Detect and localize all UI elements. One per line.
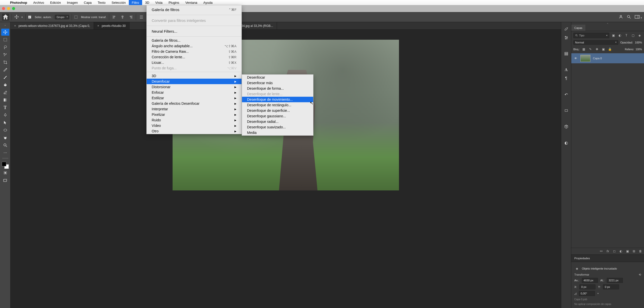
close-window-icon[interactable] [2, 7, 5, 10]
menu-vista[interactable]: Vista [152, 0, 166, 5]
x-field[interactable]: 0 px [579, 284, 595, 289]
blur-10[interactable]: Media [242, 130, 313, 135]
crop-tool[interactable] [1, 59, 9, 66]
pen-tool[interactable] [1, 112, 9, 119]
close-tab-icon[interactable]: × [97, 24, 99, 28]
edit-toolbar-icon[interactable]: ⋯ [1, 149, 9, 156]
path-selection-tool[interactable] [1, 119, 9, 126]
hand-tool[interactable] [1, 134, 9, 141]
lasso-tool[interactable] [1, 44, 9, 51]
blur-1[interactable]: Desenfocar más [242, 80, 313, 86]
move-tool[interactable] [1, 29, 9, 36]
lock-artboard-icon[interactable]: ▣ [601, 47, 606, 52]
lock-position-icon[interactable]: ✥ [594, 47, 599, 52]
submenu-enfocar[interactable]: Enfocar▶ [147, 90, 242, 95]
shape-tool[interactable] [1, 127, 9, 134]
camera-raw-filter[interactable]: Filtro de Camera Raw...⇧⌘A [147, 49, 242, 54]
adaptive-wide-angle[interactable]: Ángulo ancho adaptable...⌥⇧⌘A [147, 43, 242, 49]
reset-transform-icon[interactable]: ⟲ [639, 273, 641, 276]
tab-2[interactable]: ×pexels-rfstudio-30 [94, 22, 130, 29]
layer-filter-dropdown[interactable]: Tipo ▾ [573, 33, 609, 38]
menu-capa[interactable]: Capa [81, 0, 95, 5]
collapse-handle[interactable]: » [0, 24, 10, 27]
link-layers-icon[interactable]: ⚯ [599, 249, 603, 253]
blend-mode-dropdown[interactable]: Normal [573, 40, 618, 45]
menu-ayuda[interactable]: Ayuda [200, 0, 216, 5]
lock-pixels-icon[interactable]: ▦ [581, 47, 586, 52]
submenu-pixelizar[interactable]: Pixelizar▶ [147, 112, 242, 117]
opacity-value[interactable]: 100% [635, 41, 642, 44]
layers-tab[interactable]: Capas [571, 25, 585, 31]
lock-brush-icon[interactable]: ✎ [588, 47, 593, 52]
brush-tool[interactable] [1, 74, 9, 81]
paragraph-panel-icon[interactable]: ¶ [563, 75, 569, 81]
submenu-3d[interactable]: 3D▶ [147, 73, 242, 79]
submenu-otro[interactable]: Otro▶ [147, 128, 242, 134]
blur-6[interactable]: Desenfoque de superficie... [242, 108, 313, 113]
menu-app[interactable]: Photoshop [7, 0, 30, 5]
adjustments-panel-icon[interactable] [563, 35, 569, 41]
menu-plugins[interactable]: Plugins [166, 0, 182, 5]
menu-ventana[interactable]: Ventana [182, 0, 200, 5]
desenfocar-submenu[interactable]: DesenfocarDesenfocar másDesenfoque de fo… [242, 74, 313, 136]
angle-field[interactable]: 0,00° [579, 291, 595, 296]
menu-seleccion[interactable]: Selección [108, 0, 129, 5]
liquify[interactable]: Licuar...⇧⌘X [147, 60, 242, 65]
auto-select-checkbox[interactable]: ✓ [28, 16, 31, 19]
libraries-panel-icon[interactable] [563, 51, 569, 57]
menu-filtro[interactable]: Filtro [129, 0, 142, 5]
blur-4[interactable]: Desenfoque de movimiento... [242, 97, 313, 102]
adjustment-layer-icon[interactable]: ◐ [619, 249, 623, 253]
mac-menubar[interactable]: Photoshop Archivo Edición Imagen Capa Te… [0, 0, 644, 5]
home-button[interactable] [2, 14, 9, 21]
submenu-video[interactable]: Vídeo▶ [147, 123, 242, 128]
workspace-icon[interactable]: ▾ [635, 15, 642, 19]
submenu-estilizar[interactable]: Estilizar▶ [147, 95, 242, 101]
align-center-h-icon[interactable] [120, 14, 125, 20]
foreground-background-color[interactable] [2, 162, 9, 169]
magic-wand-tool[interactable] [1, 51, 9, 58]
tool-preset-dropdown[interactable]: ▾ [21, 16, 23, 19]
blur-2[interactable]: Desenfoque de forma... [242, 86, 313, 91]
filter-image-icon[interactable]: ▣ [611, 33, 616, 38]
layer-name[interactable]: Capa 0 [593, 57, 602, 60]
width-field[interactable]: 4830 px [582, 278, 598, 283]
blur-7[interactable]: Desenfoque gaussiano... [242, 113, 313, 119]
tab-1[interactable]: ×pexels-wilson-vitorino-2167673.jpg al 3… [11, 22, 94, 29]
menu-edicion[interactable]: Edición [47, 0, 64, 5]
delete-layer-icon[interactable]: 🗑 [638, 249, 642, 253]
menu-archivo[interactable]: Archivo [30, 0, 47, 5]
blur-5[interactable]: Desenfoque de rectángulo... [242, 102, 313, 108]
neural-filters[interactable]: Neural Filters... [147, 27, 242, 35]
eyedropper-tool[interactable] [1, 66, 9, 73]
quick-mask-icon[interactable] [1, 169, 9, 176]
group-icon[interactable]: ▣ [625, 249, 629, 253]
distribute-icon[interactable] [139, 14, 144, 20]
y-field[interactable]: 0 px [603, 284, 619, 289]
fill-value[interactable]: 100% [635, 48, 642, 51]
canvas[interactable] [11, 30, 561, 308]
gradient-tool[interactable] [1, 96, 9, 104]
blur-0[interactable]: Desenfocar [242, 75, 313, 80]
angle-dropdown[interactable]: ▾ [597, 292, 599, 295]
menu-3d[interactable]: 3D [142, 0, 152, 5]
layer-visibility-icon[interactable]: 👁 [573, 57, 578, 60]
screen-mode-icon[interactable] [1, 177, 9, 184]
properties-tab[interactable]: Propiedades [571, 254, 644, 262]
mask-icon[interactable]: ◻ [612, 249, 616, 253]
filter-smartobj-icon[interactable]: ◈ [637, 33, 642, 38]
layers-panel-icon[interactable] [563, 108, 569, 114]
undo-panel-icon[interactable]: ↶ [563, 91, 569, 97]
move-tool-icon[interactable] [14, 15, 19, 20]
align-right-icon[interactable] [128, 14, 133, 20]
menu-texto[interactable]: Texto [95, 0, 108, 5]
show-transform-checkbox[interactable] [74, 16, 77, 19]
marquee-tool[interactable] [1, 36, 9, 43]
brush-panel-icon[interactable] [563, 26, 569, 32]
lens-correction[interactable]: Corrección de lente...⇧⌘R [147, 54, 242, 60]
layer-row[interactable]: 👁 Capa 0 [571, 53, 644, 63]
filter-gallery[interactable]: Galería de filtros... [147, 38, 242, 43]
align-left-icon[interactable] [112, 14, 117, 20]
height-field[interactable]: 3221 px [607, 278, 623, 283]
share-icon[interactable] [619, 15, 623, 20]
